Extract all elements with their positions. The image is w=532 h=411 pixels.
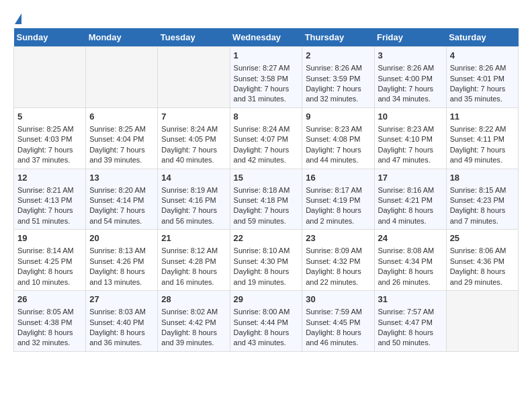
header bbox=[13, 13, 519, 20]
day-info: and 43 minutes. bbox=[234, 338, 299, 348]
day-info: Sunset: 4:45 PM bbox=[306, 318, 370, 328]
day-info: and 46 minutes. bbox=[306, 338, 370, 348]
day-info: Daylight: 8 hours bbox=[234, 328, 299, 338]
day-info: and 35 minutes. bbox=[450, 94, 515, 104]
day-info: Sunset: 4:21 PM bbox=[378, 195, 443, 205]
day-info: Daylight: 8 hours bbox=[306, 328, 370, 338]
day-info: Daylight: 8 hours bbox=[450, 267, 515, 277]
calendar-cell: 24Sunrise: 8:08 AMSunset: 4:34 PMDayligh… bbox=[374, 230, 446, 291]
day-info: Sunrise: 8:25 AM bbox=[89, 124, 154, 134]
day-info: and 32 minutes. bbox=[306, 94, 370, 104]
calendar-cell: 2Sunrise: 8:26 AMSunset: 3:59 PMDaylight… bbox=[302, 47, 374, 108]
day-info: and 26 minutes. bbox=[378, 277, 443, 287]
calendar-cell bbox=[86, 47, 158, 108]
day-number: 14 bbox=[161, 172, 226, 184]
day-number: 22 bbox=[234, 232, 299, 244]
calendar-cell: 22Sunrise: 8:10 AMSunset: 4:30 PMDayligh… bbox=[230, 230, 302, 291]
day-number: 31 bbox=[378, 293, 443, 306]
day-info: Sunrise: 8:17 AM bbox=[306, 185, 370, 195]
day-info: and 37 minutes. bbox=[17, 155, 82, 165]
day-info: Sunrise: 8:09 AM bbox=[306, 246, 370, 256]
day-info: Sunrise: 8:14 AM bbox=[17, 246, 82, 256]
day-info: Sunset: 4:36 PM bbox=[450, 257, 515, 267]
day-info: Daylight: 7 hours bbox=[234, 145, 299, 155]
calendar-cell: 15Sunrise: 8:18 AMSunset: 4:18 PMDayligh… bbox=[230, 169, 302, 230]
day-header-friday: Friday bbox=[374, 28, 446, 47]
day-info: Sunrise: 8:21 AM bbox=[17, 185, 82, 195]
day-info: Daylight: 8 hours bbox=[378, 267, 443, 277]
calendar-cell: 26Sunrise: 8:05 AMSunset: 4:38 PMDayligh… bbox=[14, 291, 86, 352]
day-info: and 29 minutes. bbox=[450, 277, 515, 287]
day-info: Sunrise: 8:22 AM bbox=[450, 124, 515, 134]
day-number: 19 bbox=[17, 232, 82, 244]
calendar-cell: 20Sunrise: 8:13 AMSunset: 4:26 PMDayligh… bbox=[86, 230, 158, 291]
calendar-cell: 23Sunrise: 8:09 AMSunset: 4:32 PMDayligh… bbox=[302, 230, 374, 291]
day-info: Sunrise: 8:00 AM bbox=[234, 307, 299, 317]
day-info: Sunset: 4:07 PM bbox=[234, 134, 299, 144]
day-info: Sunrise: 8:23 AM bbox=[306, 124, 370, 134]
day-info: Daylight: 8 hours bbox=[89, 328, 154, 338]
day-info: Daylight: 8 hours bbox=[450, 205, 515, 216]
day-info: and 4 minutes. bbox=[378, 216, 443, 226]
day-info: Sunset: 4:26 PM bbox=[89, 257, 154, 267]
day-info: Sunrise: 8:26 AM bbox=[450, 63, 515, 73]
day-number: 24 bbox=[378, 232, 443, 244]
day-number: 30 bbox=[306, 293, 370, 306]
day-info: Sunrise: 8:24 AM bbox=[161, 124, 226, 134]
day-info: Sunset: 4:44 PM bbox=[234, 318, 299, 328]
day-number: 5 bbox=[17, 111, 82, 123]
day-info: and 51 minutes. bbox=[17, 216, 82, 226]
day-info: Sunrise: 8:13 AM bbox=[89, 246, 154, 256]
day-info: Sunrise: 8:12 AM bbox=[161, 246, 226, 256]
day-info: Daylight: 7 hours bbox=[89, 145, 154, 155]
day-number: 23 bbox=[306, 232, 370, 244]
day-info: and 50 minutes. bbox=[378, 338, 443, 348]
calendar-body: 1Sunrise: 8:27 AMSunset: 3:58 PMDaylight… bbox=[14, 47, 519, 352]
day-info: Daylight: 8 hours bbox=[306, 205, 370, 216]
day-info: Daylight: 7 hours bbox=[450, 84, 515, 94]
day-number: 7 bbox=[161, 111, 226, 123]
day-info: Sunrise: 8:16 AM bbox=[378, 185, 443, 195]
calendar-week-4: 19Sunrise: 8:14 AMSunset: 4:25 PMDayligh… bbox=[14, 230, 519, 291]
day-info: Daylight: 7 hours bbox=[17, 205, 82, 216]
day-info: and 7 minutes. bbox=[450, 216, 515, 226]
day-info: Daylight: 7 hours bbox=[161, 205, 226, 216]
day-number: 6 bbox=[89, 111, 154, 123]
day-info: and 54 minutes. bbox=[89, 216, 154, 226]
day-number: 4 bbox=[450, 50, 515, 62]
day-number: 2 bbox=[306, 50, 370, 62]
day-info: Daylight: 8 hours bbox=[89, 267, 154, 277]
day-info: Sunset: 4:32 PM bbox=[306, 257, 370, 267]
day-info: and 32 minutes. bbox=[17, 338, 82, 348]
day-info: Sunset: 4:03 PM bbox=[17, 134, 82, 144]
day-info: and 39 minutes. bbox=[161, 338, 226, 348]
day-info: and 19 minutes. bbox=[234, 277, 299, 287]
calendar-cell: 11Sunrise: 8:22 AMSunset: 4:11 PMDayligh… bbox=[446, 107, 518, 169]
day-info: Daylight: 7 hours bbox=[161, 145, 226, 155]
day-number: 29 bbox=[234, 293, 299, 306]
day-info: Sunset: 4:19 PM bbox=[306, 195, 370, 205]
day-number: 25 bbox=[450, 232, 515, 244]
calendar-cell: 3Sunrise: 8:26 AMSunset: 4:00 PMDaylight… bbox=[374, 47, 446, 108]
calendar-table: SundayMondayTuesdayWednesdayThursdayFrid… bbox=[13, 28, 519, 352]
day-info: Daylight: 8 hours bbox=[378, 205, 443, 216]
day-number: 27 bbox=[89, 293, 154, 306]
day-header-tuesday: Tuesday bbox=[158, 28, 230, 47]
day-info: Sunrise: 8:24 AM bbox=[234, 124, 299, 134]
day-info: Sunrise: 7:59 AM bbox=[306, 307, 370, 317]
calendar-cell: 13Sunrise: 8:20 AMSunset: 4:14 PMDayligh… bbox=[86, 169, 158, 230]
day-info: and 56 minutes. bbox=[161, 216, 226, 226]
day-info: Sunset: 4:28 PM bbox=[161, 257, 226, 267]
day-info: Sunset: 4:25 PM bbox=[17, 257, 82, 267]
day-number: 11 bbox=[450, 111, 515, 123]
day-info: Sunrise: 8:08 AM bbox=[378, 246, 443, 256]
calendar-cell: 31Sunrise: 7:57 AMSunset: 4:47 PMDayligh… bbox=[374, 291, 446, 352]
calendar-cell: 16Sunrise: 8:17 AMSunset: 4:19 PMDayligh… bbox=[302, 169, 374, 230]
calendar-cell: 30Sunrise: 7:59 AMSunset: 4:45 PMDayligh… bbox=[302, 291, 374, 352]
day-info: Sunset: 4:14 PM bbox=[89, 195, 154, 205]
logo bbox=[13, 13, 21, 20]
calendar-cell bbox=[158, 47, 230, 108]
day-info: Daylight: 7 hours bbox=[234, 205, 299, 216]
calendar-week-3: 12Sunrise: 8:21 AMSunset: 4:13 PMDayligh… bbox=[14, 169, 519, 230]
day-number: 28 bbox=[161, 293, 226, 306]
